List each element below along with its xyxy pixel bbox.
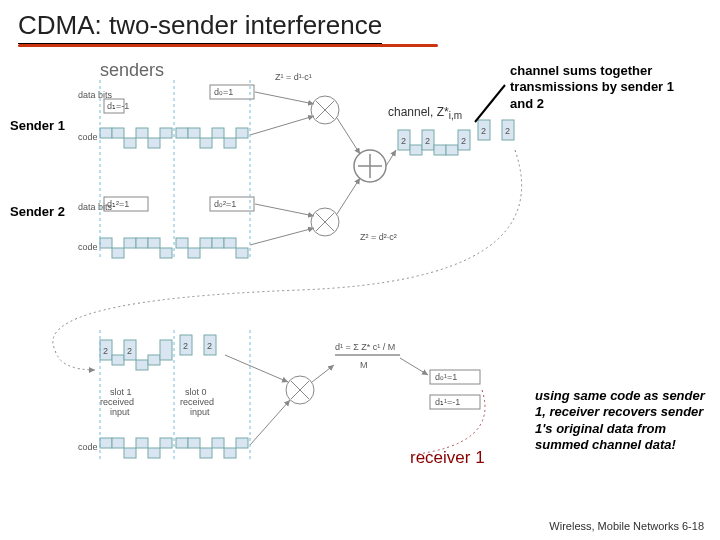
slot0-label: slot 0	[185, 387, 207, 397]
svg-rect-29	[200, 238, 212, 248]
svg-rect-67	[148, 355, 160, 365]
slot1-label: slot 1	[110, 387, 132, 397]
svg-rect-80	[136, 438, 148, 448]
svg-rect-25	[148, 238, 160, 248]
svg-rect-82	[160, 438, 172, 448]
svg-rect-8	[176, 128, 188, 138]
sender1-d0-label: d₀=1	[214, 87, 233, 97]
svg-text:2: 2	[505, 126, 510, 136]
svg-line-99	[400, 358, 428, 375]
svg-line-57	[475, 85, 505, 122]
sender2-d0-label: d₀²=1	[214, 199, 236, 209]
svg-text:2: 2	[207, 341, 212, 351]
svg-rect-85	[200, 448, 212, 458]
svg-rect-2	[100, 128, 112, 138]
svg-line-93	[250, 400, 290, 445]
sender2-code-label: code	[78, 242, 98, 252]
svg-rect-81	[148, 448, 160, 458]
svg-rect-45	[410, 145, 422, 155]
svg-rect-10	[200, 138, 212, 148]
svg-rect-13	[236, 128, 248, 138]
svg-text:input: input	[190, 407, 210, 417]
svg-line-56	[386, 150, 396, 166]
svg-rect-21	[100, 238, 112, 248]
svg-text:2: 2	[183, 341, 188, 351]
svg-line-96	[312, 365, 334, 382]
sender2-d1-label: d₁²=1	[107, 199, 129, 209]
svg-text:input: input	[110, 407, 130, 417]
svg-text:received: received	[180, 397, 214, 407]
channel-output-wave: 2 2 2 2 2	[398, 120, 514, 155]
svg-rect-11	[212, 128, 224, 138]
svg-text:M: M	[360, 360, 368, 370]
svg-rect-28	[188, 248, 200, 258]
svg-rect-87	[224, 448, 236, 458]
svg-text:2: 2	[425, 136, 430, 146]
receiver-input-wave: 2 2 2 2	[100, 335, 216, 370]
svg-text:2: 2	[461, 136, 466, 146]
sender2-z-label: Z² = d²·c²	[360, 232, 397, 242]
sender1-code-label: code	[78, 132, 98, 142]
svg-line-36	[255, 204, 314, 216]
svg-rect-78	[112, 438, 124, 448]
svg-rect-77	[100, 438, 112, 448]
svg-text:2: 2	[481, 126, 486, 136]
svg-rect-86	[212, 438, 224, 448]
svg-rect-22	[112, 248, 124, 258]
svg-text:2: 2	[103, 346, 108, 356]
svg-rect-83	[176, 438, 188, 448]
svg-rect-66	[136, 360, 148, 370]
svg-rect-24	[136, 238, 148, 248]
svg-rect-12	[224, 138, 236, 148]
sender1-d1-label: d₁=-1	[107, 101, 129, 111]
receiver-code-label: code	[78, 442, 98, 452]
svg-rect-6	[148, 138, 160, 148]
svg-rect-31	[224, 238, 236, 248]
svg-rect-68	[160, 340, 172, 360]
svg-rect-5	[136, 128, 148, 138]
receiver-d1-label: d₁¹=-1	[435, 397, 460, 407]
svg-rect-48	[434, 145, 446, 155]
sender1-z-label: Z¹ = d¹·c¹	[275, 72, 312, 82]
svg-rect-4	[124, 138, 136, 148]
svg-text:received: received	[100, 397, 134, 407]
receiver-d0-label: d₀¹=1	[435, 372, 457, 382]
svg-rect-88	[236, 438, 248, 448]
slide-footer: Wireless, Mobile Networks 6-18	[549, 520, 704, 532]
svg-line-41	[337, 118, 360, 154]
svg-line-17	[255, 92, 314, 104]
svg-line-42	[337, 178, 360, 214]
svg-line-37	[250, 228, 314, 245]
svg-rect-23	[124, 238, 136, 248]
svg-rect-30	[212, 238, 224, 248]
svg-rect-9	[188, 128, 200, 138]
svg-rect-79	[124, 448, 136, 458]
cdma-diagram: data bits d₀=1 d₁=-1 code Z¹ = d¹·c¹ dat…	[0, 50, 720, 510]
title-underline	[18, 44, 438, 47]
slide-title: CDMA: two-sender interference	[18, 10, 382, 44]
svg-rect-7	[160, 128, 172, 138]
svg-text:2: 2	[401, 136, 406, 146]
svg-rect-27	[176, 238, 188, 248]
svg-line-92	[225, 355, 288, 382]
svg-rect-84	[188, 438, 200, 448]
svg-rect-63	[112, 355, 124, 365]
svg-rect-3	[112, 128, 124, 138]
svg-text:2: 2	[127, 346, 132, 356]
svg-rect-49	[446, 145, 458, 155]
receiver-formula: d¹ = Σ Z* c¹ / M	[335, 342, 395, 352]
svg-rect-26	[160, 248, 172, 258]
svg-rect-32	[236, 248, 248, 258]
svg-line-18	[250, 116, 314, 135]
